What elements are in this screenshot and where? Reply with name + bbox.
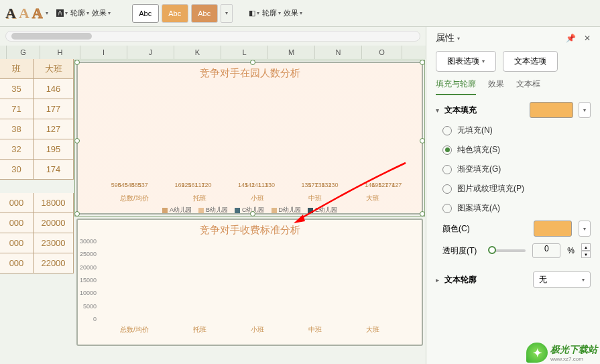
tab-chart-options[interactable]: 图表选项 ▾	[436, 51, 496, 72]
transparency-input[interactable]: 0	[532, 243, 560, 258]
shape-outline-button[interactable]: 轮廓 ▾	[262, 8, 281, 18]
watermark: ✦ 极光下载站www.xz7.com	[526, 343, 597, 363]
x-category-label: 小班	[251, 194, 264, 203]
x-category-label: 托班	[193, 325, 206, 335]
fill-preview-dropdown[interactable]: ▾	[579, 102, 591, 118]
wordart-style-3[interactable]: A	[32, 5, 43, 22]
shape-style-3[interactable]: Abc	[191, 4, 218, 23]
radio-gradient-fill[interactable]: 渐变填充(G)	[442, 164, 591, 175]
table-cell[interactable]: 32	[0, 139, 34, 160]
col-hdr-l[interactable]: L	[221, 46, 268, 59]
radio-solid-fill[interactable]: 纯色填充(S)	[442, 144, 591, 156]
col-hdr-k[interactable]: K	[174, 46, 221, 59]
section-text-fill: 文本填充	[444, 105, 477, 116]
table-cell[interactable]: 22000	[34, 253, 74, 274]
table-cell[interactable]: 20000	[34, 213, 74, 233]
collapse-icon[interactable]: ▾	[436, 107, 439, 114]
subtab-fill-outline[interactable]: 填充与轮廓	[436, 78, 476, 95]
x-category-label: 总数/均价	[120, 325, 149, 335]
table-cell[interactable]: 177	[34, 99, 74, 119]
worksheet-area: G H I J K L M N O 班大班 35146 71177 38127 …	[0, 27, 426, 364]
col-hdr-m[interactable]: M	[268, 46, 315, 59]
text-fill-button[interactable]: 🅰 ▾	[56, 9, 68, 17]
cell-hdr-2[interactable]: 大班	[34, 59, 74, 79]
table-cell[interactable]: 23000	[34, 233, 74, 253]
table-cell[interactable]: 38	[0, 119, 34, 139]
col-hdr-n[interactable]: N	[315, 46, 362, 59]
text-outline-button[interactable]: 轮廓 ▾	[70, 8, 89, 18]
color-picker[interactable]	[534, 221, 573, 237]
table-cell[interactable]: 000	[0, 233, 34, 253]
wordart-style-2[interactable]: A	[19, 5, 29, 22]
table-cell[interactable]: 000	[0, 213, 34, 233]
table-cell[interactable]: 30	[0, 160, 34, 180]
text-effects-button[interactable]: 效果 ▾	[92, 8, 111, 18]
collapse-icon[interactable]: ▸	[436, 276, 439, 284]
percent-label: %	[567, 246, 575, 255]
col-hdr-i[interactable]: I	[80, 46, 127, 59]
legend-item[interactable]: B幼儿园	[198, 206, 228, 215]
svg-marker-0	[294, 215, 305, 223]
wordart-more[interactable]: ▾	[46, 10, 48, 16]
shape-style-2[interactable]: Abc	[162, 4, 188, 23]
annotation-arrow	[288, 160, 409, 227]
table-cell[interactable]: 000	[0, 193, 34, 213]
col-hdr-g[interactable]: G	[7, 46, 40, 59]
subtab-effects[interactable]: 效果	[488, 78, 504, 95]
radio-no-fill[interactable]: 无填充(N)	[442, 125, 591, 136]
table-cell[interactable]: 35	[0, 79, 34, 99]
panel-title: 属性 ▾	[436, 32, 460, 44]
outline-dropdown[interactable]: 无▾	[533, 271, 591, 288]
subtab-textbox[interactable]: 文本框	[516, 78, 540, 95]
table-cell[interactable]: 146	[34, 79, 74, 99]
transparency-slider[interactable]	[489, 249, 526, 252]
shape-style-more[interactable]: ▾	[221, 4, 233, 23]
col-hdr-h[interactable]: H	[40, 46, 80, 59]
table-cell[interactable]: 195	[34, 139, 74, 160]
close-icon[interactable]: ✕	[584, 34, 591, 43]
label-color: 颜色(C)	[442, 223, 483, 235]
x-category-label: 大班	[366, 325, 379, 335]
shape-effects-button[interactable]: 效果 ▾	[284, 8, 302, 18]
table-cell[interactable]: 127	[34, 119, 74, 139]
table-cell[interactable]: 71	[0, 99, 34, 119]
tab-text-options[interactable]: 文本选项	[503, 51, 558, 72]
table-cell[interactable]: 000	[0, 253, 34, 274]
watermark-logo: ✦	[526, 343, 548, 363]
shape-fill-button[interactable]: ◧ ▾	[249, 9, 259, 17]
spin-down[interactable]: ▼	[581, 251, 591, 258]
color-dropdown[interactable]: ▾	[579, 221, 591, 237]
section-text-outline: 文本轮廓	[444, 274, 477, 286]
x-category-label: 总数/均价	[120, 194, 149, 203]
chart-pricing[interactable]: 竞争对手收费标准分析 05000100001500020000250003000…	[76, 219, 423, 346]
spin-up[interactable]: ▲	[581, 243, 591, 251]
table-cell[interactable]: 18000	[34, 193, 74, 213]
column-headers: G H I J K L M N O	[0, 46, 426, 59]
properties-panel: 属性 ▾ 📌 ✕ 图表选项 ▾ 文本选项 填充与轮廓 效果 文本框 ▾ 文本填充…	[426, 27, 600, 364]
col-hdr-o[interactable]: O	[362, 46, 402, 59]
table-cell[interactable]: 174	[34, 160, 74, 180]
shape-style-1[interactable]: Abc	[132, 4, 159, 23]
radio-pattern-fill[interactable]: 图案填充(A)	[442, 202, 591, 214]
ribbon: A A A ▾ 🅰 ▾ 轮廓 ▾ 效果 ▾ Abc Abc Abc ▾ ◧ ▾ …	[0, 0, 600, 27]
wordart-style-1[interactable]: A	[5, 5, 16, 22]
radio-picture-fill[interactable]: 图片或纹理填充(P)	[442, 183, 591, 194]
fill-preview-swatch[interactable]	[530, 102, 573, 118]
x-category-label: 托班	[193, 194, 206, 203]
label-transparency: 透明度(T)	[442, 245, 483, 257]
col-hdr-j[interactable]: J	[127, 46, 174, 59]
formula-bar[interactable]	[5, 31, 420, 42]
legend-item[interactable]: A幼儿园	[162, 206, 192, 215]
pin-icon[interactable]: 📌	[566, 34, 576, 43]
x-category-label: 中班	[308, 325, 322, 335]
data-cells: 班大班 35146 71177 38127 32195 30174 000180…	[0, 59, 74, 364]
cell-hdr-1[interactable]: 班	[0, 59, 34, 79]
x-category-label: 小班	[251, 325, 264, 335]
chart-title[interactable]: 竞争对手在园人数分析	[78, 63, 422, 81]
